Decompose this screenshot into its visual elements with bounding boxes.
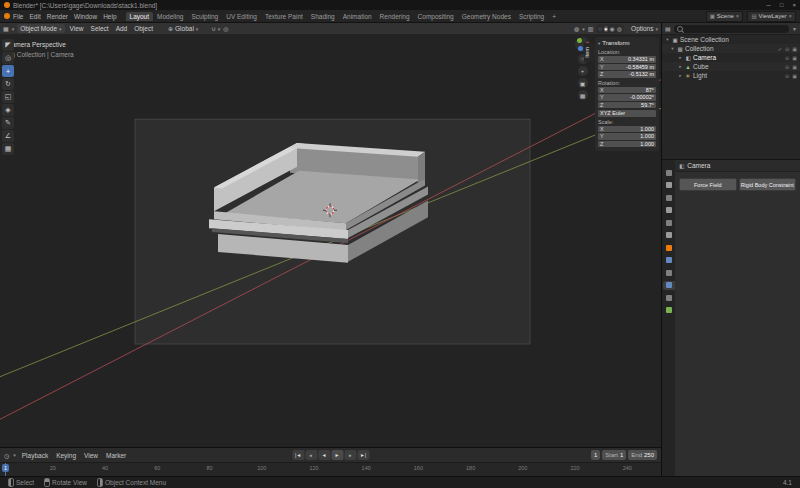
prev-keyframe-button[interactable]: «: [305, 450, 317, 460]
expander-icon[interactable]: ▸: [678, 55, 683, 60]
hide-eye-icon[interactable]: ⊙: [785, 64, 789, 70]
transform-panel-header[interactable]: ▾ Transform: [598, 39, 656, 47]
play-button[interactable]: ►: [331, 450, 343, 460]
editor-type-outliner-icon[interactable]: ▤: [665, 25, 671, 32]
select-box-tool[interactable]: ◤: [2, 39, 14, 51]
properties-tab-particles[interactable]: [663, 268, 675, 277]
mode-dropdown[interactable]: Object Mode ▾: [17, 24, 64, 33]
editor-type-3d-icon[interactable]: ▦: [3, 25, 9, 32]
outliner-row-collection[interactable]: ▾ ▦ Collection ✓ ⊙ ▣: [662, 44, 800, 53]
viewport-3d[interactable]: Camera Perspective (1) Collection | Came…: [0, 35, 661, 447]
scale-y-field[interactable]: Y1.000: [598, 133, 656, 140]
rotation-y-field[interactable]: Y-0.00002°: [598, 94, 656, 101]
checkbox-icon[interactable]: ✓: [778, 46, 782, 52]
workspace-add-button[interactable]: +: [548, 12, 560, 21]
hide-eye-icon[interactable]: ⊙: [785, 55, 789, 61]
timeline-strip[interactable]: 1 20 40 60 80 100 120 140 160 180 200 22…: [0, 462, 661, 476]
play-reverse-button[interactable]: ◄: [318, 450, 330, 460]
scale-x-field[interactable]: X1.000: [598, 126, 656, 133]
menu-select[interactable]: Select: [89, 25, 111, 32]
expander-icon[interactable]: ▾: [665, 37, 670, 42]
workspace-tab-uv-editing[interactable]: UV Editing: [222, 12, 261, 21]
orientation-dropdown[interactable]: ⊕ Global ▾: [168, 25, 198, 32]
menu-playback[interactable]: Playback: [20, 452, 50, 459]
menu-help[interactable]: Help: [100, 13, 119, 20]
pan-icon[interactable]: +: [578, 66, 588, 76]
jump-to-start-button[interactable]: |◄: [292, 450, 304, 460]
hide-eye-icon[interactable]: ⊙: [785, 73, 789, 79]
current-frame-field[interactable]: 1: [591, 450, 600, 460]
transform-tool[interactable]: ◈: [2, 104, 14, 116]
workspace-tab-shading[interactable]: Shading: [307, 12, 339, 21]
axis-y-dot-icon[interactable]: [577, 38, 582, 43]
outliner-search-input[interactable]: [674, 25, 789, 33]
outliner-row-camera[interactable]: ▸ ◧ Camera ⊙ ▣: [662, 53, 800, 62]
properties-tab-constraints[interactable]: [663, 293, 675, 302]
rotation-mode-dropdown[interactable]: XYZ Euler: [598, 110, 656, 117]
options-dropdown[interactable]: Options ▾: [631, 25, 658, 32]
workspace-tab-layout[interactable]: Layout: [126, 12, 154, 21]
menu-render[interactable]: Render: [44, 13, 71, 20]
properties-tab-data[interactable]: [663, 306, 675, 315]
disable-render-icon[interactable]: ▣: [792, 64, 797, 70]
viewlayer-selector[interactable]: ▤ ViewLayer ×: [747, 11, 796, 22]
disable-render-icon[interactable]: ▣: [792, 73, 797, 79]
disable-render-icon[interactable]: ▣: [792, 55, 797, 61]
workspace-tab-animation[interactable]: Animation: [339, 12, 376, 21]
add-cube-tool[interactable]: ▦: [2, 143, 14, 155]
rotation-x-field[interactable]: X87°: [598, 87, 656, 94]
menu-object[interactable]: Object: [132, 25, 155, 32]
xray-icon[interactable]: ▥: [588, 25, 594, 32]
shading-wireframe-icon[interactable]: ○: [598, 26, 602, 32]
properties-tab-modifiers[interactable]: [663, 256, 675, 265]
editor-type-dropdown-icon[interactable]: ▾: [12, 26, 15, 32]
workspace-tab-rendering[interactable]: Rendering: [376, 12, 414, 21]
properties-tab-scene[interactable]: [663, 218, 675, 227]
properties-tab-output[interactable]: [663, 193, 675, 202]
scale-tool[interactable]: ◱: [2, 91, 14, 103]
playhead-label[interactable]: 1: [2, 464, 9, 472]
workspace-tab-geometry-nodes[interactable]: Geometry Nodes: [458, 12, 515, 21]
menu-keying[interactable]: Keying: [54, 452, 78, 459]
scene-canvas[interactable]: [0, 35, 661, 447]
menu-window[interactable]: Window: [71, 13, 100, 20]
workspace-tab-sculpting[interactable]: Sculpting: [187, 12, 222, 21]
measure-tool[interactable]: ∠: [2, 130, 14, 142]
minimize-button[interactable]: ─: [767, 2, 771, 8]
rotation-z-field[interactable]: Z59.7°: [598, 102, 656, 109]
jump-to-end-button[interactable]: ►|: [357, 450, 369, 460]
location-x-field[interactable]: X0.34331 m: [598, 56, 656, 63]
n-panel-tab-item[interactable]: Item: [584, 43, 595, 62]
properties-tab-world[interactable]: [663, 231, 675, 240]
force-field-button[interactable]: Force Field: [679, 178, 737, 191]
timeline-editor-dropdown-icon[interactable]: ▾: [13, 452, 16, 458]
move-tool[interactable]: +: [2, 65, 14, 77]
expander-icon[interactable]: ▸: [678, 64, 683, 69]
rotate-tool[interactable]: ↻: [2, 78, 14, 90]
menu-add[interactable]: Add: [114, 25, 130, 32]
properties-tab-view-layer[interactable]: [663, 206, 675, 215]
scale-z-field[interactable]: Z1.000: [598, 141, 656, 148]
disable-render-icon[interactable]: ▣: [792, 46, 797, 52]
editor-type-timeline-icon[interactable]: ◷: [4, 452, 9, 459]
overlays-dropdown-icon[interactable]: ▾: [582, 26, 585, 32]
cursor-tool[interactable]: ◎: [2, 52, 14, 64]
menu-marker[interactable]: Marker: [104, 452, 128, 459]
expander-icon[interactable]: ▸: [678, 73, 683, 78]
snap-toggle[interactable]: ∪ ▾: [211, 25, 220, 32]
scene-selector[interactable]: ▣ Scene ×: [706, 11, 744, 22]
workspace-tab-texture-paint[interactable]: Texture Paint: [261, 12, 307, 21]
close-button[interactable]: ×: [792, 2, 796, 8]
hide-eye-icon[interactable]: ⊙: [785, 46, 789, 52]
menu-file[interactable]: File: [10, 13, 26, 20]
outliner-row-cube[interactable]: ▸ ▲ Cube ⊙ ▣: [662, 62, 800, 71]
properties-tab-render[interactable]: [663, 181, 675, 190]
location-y-field[interactable]: Y-0.58459 m: [598, 64, 656, 71]
frame-start-field[interactable]: Start1: [602, 450, 626, 460]
shading-solid-icon[interactable]: ●: [604, 26, 608, 32]
outliner-row-light[interactable]: ▸ ☀ Light ⊙ ▣: [662, 71, 800, 80]
next-keyframe-button[interactable]: »: [344, 450, 356, 460]
shading-material-icon[interactable]: ◉: [610, 26, 615, 32]
overlays-icon[interactable]: ◍: [574, 25, 579, 32]
workspace-tab-compositing[interactable]: Compositing: [414, 12, 458, 21]
